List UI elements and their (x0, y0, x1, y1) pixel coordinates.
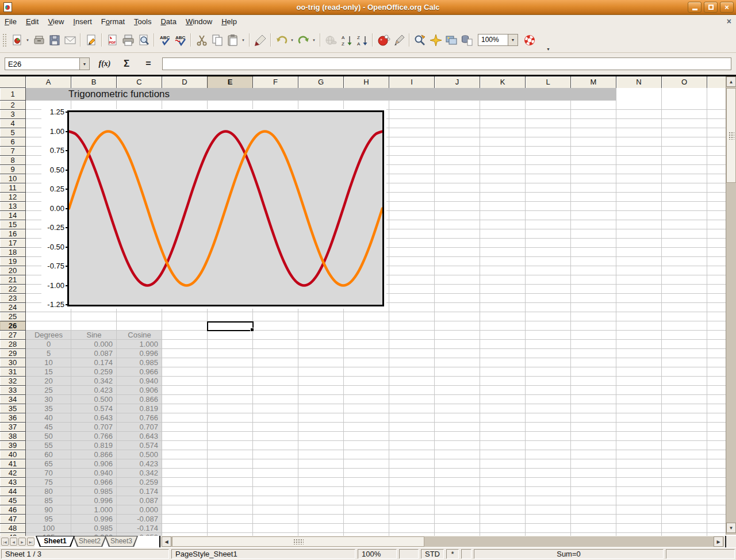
chart-object[interactable]: 1.251.000.750.500.250.00-0.25-0.50-0.75-… (41, 109, 386, 309)
row-header-19[interactable]: 19 (0, 257, 25, 266)
cell-C31[interactable]: 0.966 (117, 367, 162, 377)
column-header-j[interactable]: J (435, 76, 480, 88)
row-header-14[interactable]: 14 (0, 211, 25, 220)
row-header-1[interactable]: 1 (0, 88, 25, 101)
row-header-2[interactable]: 2 (0, 101, 25, 110)
last-sheet-button[interactable]: ▶| (27, 538, 34, 546)
close-button[interactable]: × (720, 2, 734, 13)
row-header-4[interactable]: 4 (0, 119, 25, 128)
copy-icon[interactable] (209, 33, 225, 48)
cell-A46[interactable]: 90 (26, 505, 71, 515)
redo-icon[interactable] (296, 33, 311, 48)
row-header-12[interactable]: 12 (0, 193, 25, 202)
cell-B47[interactable]: 0.996 (71, 515, 117, 524)
cell-C34[interactable]: 0.866 (117, 395, 162, 404)
cell-C30[interactable]: 0.985 (117, 358, 162, 367)
new-document-dropdown[interactable]: ▼ (25, 33, 30, 48)
cell-C42[interactable]: 0.342 (117, 469, 162, 478)
cell-B42[interactable]: 0.940 (71, 469, 117, 478)
row-header-39[interactable]: 39 (0, 441, 25, 450)
cell-C48[interactable]: -0.174 (117, 524, 162, 533)
row-header-33[interactable]: 33 (0, 386, 25, 395)
menu-insert[interactable]: Insert (68, 16, 97, 27)
row-header-41[interactable]: 41 (0, 459, 25, 469)
cell-grid[interactable]: Trigonometric functions 1.251.000.750.50… (26, 88, 726, 536)
name-box[interactable]: E26 ▼ (5, 57, 90, 70)
navigator-icon[interactable] (428, 33, 443, 48)
paste-dropdown[interactable]: ▼ (240, 33, 246, 48)
column-header-b[interactable]: B (71, 76, 117, 88)
row-header-43[interactable]: 43 (0, 478, 25, 487)
scroll-left-button[interactable]: ◀ (162, 536, 171, 547)
equals-icon[interactable]: = (141, 59, 155, 69)
column-header-m[interactable]: M (571, 76, 616, 88)
row-header-44[interactable]: 44 (0, 487, 25, 496)
cell-C27[interactable]: Cosine (117, 331, 162, 340)
cell-B27[interactable]: Sine (71, 331, 117, 340)
scroll-up-button[interactable]: ▲ (726, 76, 736, 87)
row-header-16[interactable]: 16 (0, 229, 25, 239)
scroll-down-button[interactable]: ▼ (726, 523, 736, 533)
cell-A42[interactable]: 70 (26, 469, 71, 478)
row-header-32[interactable]: 32 (0, 377, 25, 386)
cell-A39[interactable]: 55 (26, 441, 71, 450)
row-header-48[interactable]: 48 (0, 524, 25, 533)
cell-B44[interactable]: 0.985 (71, 487, 117, 496)
row-header-40[interactable]: 40 (0, 450, 25, 459)
cell-A43[interactable]: 75 (26, 478, 71, 487)
column-header-f[interactable]: F (253, 76, 298, 88)
menu-view[interactable]: View (43, 16, 68, 27)
column-header-l[interactable]: L (526, 76, 571, 88)
row-header-26[interactable]: 26 (0, 321, 25, 331)
column-header-i[interactable]: I (389, 76, 435, 88)
cell-A31[interactable]: 15 (26, 367, 71, 377)
row-header-5[interactable]: 5 (0, 128, 25, 137)
cell-B37[interactable]: 0.707 (71, 423, 117, 432)
row-header-23[interactable]: 23 (0, 294, 25, 303)
menu-edit[interactable]: Edit (21, 16, 43, 27)
cut-icon[interactable] (194, 33, 209, 48)
cell-B46[interactable]: 1.000 (71, 505, 117, 515)
minimize-button[interactable] (688, 2, 702, 13)
cell-B41[interactable]: 0.906 (71, 459, 117, 469)
sort-ascending-icon[interactable]: AZ (339, 33, 354, 48)
maximize-button[interactable] (704, 2, 718, 13)
sort-descending-icon[interactable]: ZA (354, 33, 370, 48)
paste-icon[interactable] (225, 33, 240, 48)
toolbar-grip[interactable] (2, 33, 7, 47)
data-sources-icon[interactable] (459, 33, 474, 48)
cell-A32[interactable]: 20 (26, 377, 71, 386)
cell-C39[interactable]: 0.574 (117, 441, 162, 450)
cell-B38[interactable]: 0.766 (71, 432, 117, 441)
name-box-dropdown[interactable]: ▼ (79, 58, 89, 70)
cell-A45[interactable]: 85 (26, 496, 71, 505)
row-header-8[interactable]: 8 (0, 156, 25, 165)
draw-functions-icon[interactable] (391, 33, 407, 48)
horizontal-scroll-thumb[interactable] (172, 536, 424, 547)
cell-A30[interactable]: 10 (26, 358, 71, 367)
sheet-tab-sheet3[interactable]: Sheet3 (105, 536, 138, 547)
menu-help[interactable]: Help (217, 16, 241, 27)
row-header-6[interactable]: 6 (0, 137, 25, 147)
formula-input-line[interactable] (162, 57, 731, 70)
cell-B39[interactable]: 0.819 (71, 441, 117, 450)
row-header-35[interactable]: 35 (0, 404, 25, 413)
row-header-29[interactable]: 29 (0, 349, 25, 358)
email-icon[interactable] (62, 33, 78, 48)
column-header-o[interactable]: O (662, 76, 707, 88)
cell-C35[interactable]: 0.819 (117, 404, 162, 413)
cell-A37[interactable]: 45 (26, 423, 71, 432)
find-replace-icon[interactable] (412, 33, 428, 48)
cell-A47[interactable]: 95 (26, 515, 71, 524)
cell-C36[interactable]: 0.766 (117, 413, 162, 423)
help-icon[interactable] (522, 33, 537, 48)
spellcheck-icon[interactable]: ABC (157, 33, 172, 48)
page-preview-icon[interactable] (136, 33, 151, 48)
row-header-11[interactable]: 11 (0, 183, 25, 193)
menu-file[interactable]: File (0, 16, 21, 27)
row-header-15[interactable]: 15 (0, 220, 25, 229)
row-header-18[interactable]: 18 (0, 248, 25, 257)
cell-C37[interactable]: 0.707 (117, 423, 162, 432)
column-header-a[interactable]: A (26, 76, 71, 88)
cell-A35[interactable]: 35 (26, 404, 71, 413)
